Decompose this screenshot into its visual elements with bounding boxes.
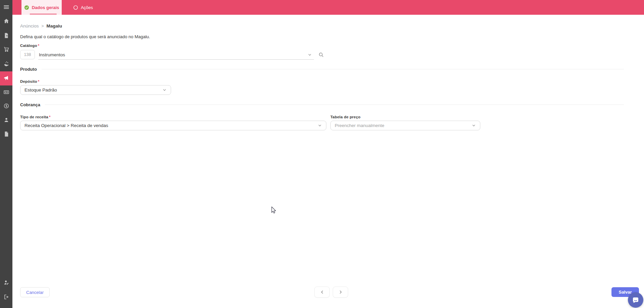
- megaphone-icon: [3, 75, 9, 82]
- file-plus-icon: [3, 33, 9, 40]
- section-produto: Produto: [20, 67, 624, 72]
- catalogo-code-input[interactable]: 138: [20, 50, 35, 59]
- required-mark: *: [49, 115, 51, 119]
- invoice-icon: [3, 89, 9, 97]
- person-icon: [3, 117, 9, 124]
- document-icon: [3, 131, 9, 138]
- tab-label: Ações: [81, 5, 93, 10]
- required-mark: *: [38, 79, 40, 83]
- required-mark: *: [38, 44, 40, 48]
- page-description: Defina qual o catálogo de produtos que s…: [20, 34, 150, 39]
- person-edit-icon: [3, 280, 9, 287]
- section-divider: [42, 69, 624, 69]
- sidebar-item-dollar[interactable]: [0, 100, 12, 114]
- chevron-left-icon: [320, 290, 324, 294]
- sidebar-item-account[interactable]: [0, 276, 12, 290]
- pagination-next-button[interactable]: [333, 287, 348, 298]
- section-cobranca: Cobrança: [20, 102, 624, 107]
- tab-acoes[interactable]: Ações: [62, 0, 104, 15]
- catalogo-label: Catálogo*: [20, 44, 39, 48]
- chat-widget-button[interactable]: [628, 292, 643, 308]
- catalogo-select[interactable]: Instrumentos: [38, 50, 314, 60]
- catalogo-search-button[interactable]: [317, 50, 325, 60]
- breadcrumb: Anúncios > Magalu: [20, 23, 62, 28]
- hamburger-menu-icon: [3, 4, 10, 12]
- sidebar-item-cart[interactable]: [0, 43, 12, 57]
- sidebar-item-home[interactable]: [0, 15, 12, 29]
- tabela-preco-label: Tabela de preço: [330, 115, 361, 119]
- tabela-preco-select[interactable]: Preencher manualmente: [330, 121, 480, 130]
- sidebar-item-person[interactable]: [0, 114, 12, 128]
- chevron-down-icon: [162, 88, 167, 92]
- deposito-value: Estoque Padrão: [24, 87, 57, 93]
- tab-label: Dados gerais: [32, 5, 59, 10]
- catalogo-value: Instrumentos: [39, 52, 65, 57]
- tipo-receita-label: Tipo de receita*: [20, 115, 51, 119]
- chevron-down-icon: [318, 123, 322, 128]
- tipo-receita-select[interactable]: Receita Operacional > Receita de vendas: [20, 121, 326, 130]
- sidebar: [0, 0, 12, 308]
- sidebar-menu-toggle[interactable]: [0, 1, 12, 15]
- hand-coin-icon: [3, 61, 9, 68]
- chevron-right-icon: [338, 290, 343, 294]
- shopping-cart-icon: [3, 46, 9, 54]
- pagination-prev-button[interactable]: [314, 287, 330, 298]
- logout-icon: [3, 294, 9, 301]
- sidebar-item-document[interactable]: [0, 128, 12, 142]
- tab-dados-gerais[interactable]: Dados gerais: [21, 0, 62, 15]
- active-tab-underline: [30, 14, 57, 14]
- section-divider: [45, 105, 624, 105]
- tabela-preco-placeholder: Preencher manualmente: [335, 123, 384, 128]
- topbar: Dados gerais Ações: [12, 0, 644, 15]
- sidebar-item-file-plus[interactable]: [0, 29, 12, 43]
- sidebar-item-logout[interactable]: [0, 291, 12, 305]
- home-icon: [3, 18, 9, 25]
- deposito-label: Depósito*: [20, 79, 39, 83]
- dollar-circle-icon: [3, 103, 9, 110]
- section-title: Cobrança: [20, 102, 40, 107]
- search-icon: [318, 52, 324, 58]
- sidebar-item-megaphone[interactable]: [0, 71, 12, 85]
- chevron-down-icon: [308, 53, 312, 57]
- breadcrumb-separator: >: [42, 24, 44, 28]
- chat-bubble-icon: [632, 296, 640, 304]
- main-content: Anúncios > Magalu Defina qual o catálogo…: [12, 15, 644, 308]
- deposito-select[interactable]: Estoque Padrão: [20, 85, 171, 95]
- sidebar-item-hand-coin[interactable]: [0, 57, 12, 71]
- circle-outline-icon: [73, 5, 78, 10]
- check-circle-icon: [24, 5, 29, 10]
- sidebar-item-invoice[interactable]: [0, 86, 12, 100]
- breadcrumb-current: Magalu: [47, 23, 62, 28]
- cancel-button[interactable]: Cancelar: [20, 287, 50, 297]
- breadcrumb-anuncios-link[interactable]: Anúncios: [20, 23, 39, 28]
- catalogo-field: 138 Instrumentos: [20, 50, 325, 60]
- chevron-down-icon: [472, 123, 476, 128]
- tipo-receita-value: Receita Operacional > Receita de vendas: [24, 123, 108, 128]
- section-title: Produto: [20, 67, 37, 72]
